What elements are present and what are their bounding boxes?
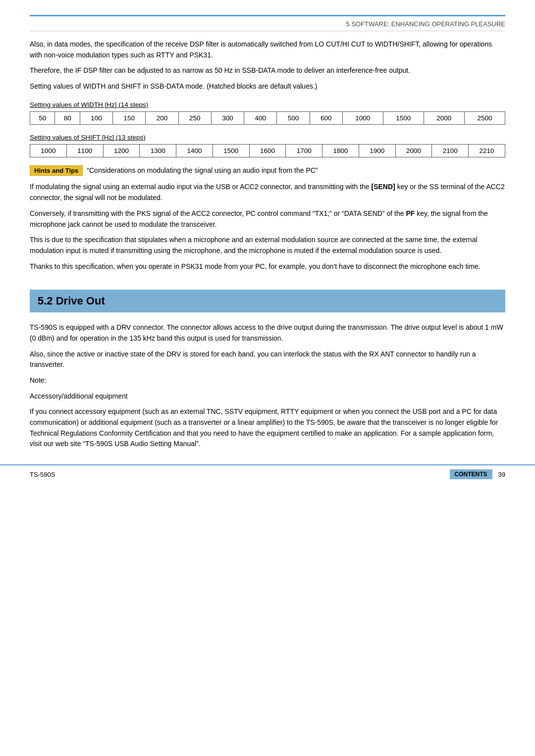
section-para-2: Also, since the active or inactive state…	[30, 349, 505, 370]
body-para-3: This is due to the specification that st…	[30, 235, 505, 256]
table-cell: 1500	[383, 111, 424, 124]
body-para-1: If modulating the signal using an extern…	[30, 182, 505, 203]
table-cell: 2000	[424, 111, 464, 124]
table-cell: 200	[146, 111, 178, 124]
table-cell: 1800	[322, 144, 359, 157]
table-cell: 100	[80, 111, 112, 124]
table-cell: 1700	[286, 144, 322, 157]
body-para-4: Thanks to this specification, when you o…	[30, 261, 505, 272]
footer-contents-link[interactable]: CONTENTS	[450, 469, 492, 479]
pf-key-bold: PF	[406, 209, 415, 217]
shift-table-heading: Setting values of SHIFT [Hz] (13 steps)	[30, 134, 505, 141]
table-cell: 300	[211, 111, 244, 124]
footer-right: CONTENTS 39	[450, 469, 505, 479]
send-key-bold: [SEND]	[372, 183, 395, 191]
intro-para-2: Therefore, the IF DSP filter can be adju…	[30, 65, 505, 76]
section-52-title: 5.2 Drive Out	[38, 295, 105, 307]
table-cell: 50	[30, 111, 55, 124]
width-table-heading: Setting values of WIDTH [Hz] (14 steps)	[30, 101, 505, 108]
table-cell: 1000	[342, 111, 383, 124]
section-52-header: 5.2 Drive Out	[30, 290, 505, 312]
table-cell: 2210	[469, 144, 505, 157]
top-border	[30, 15, 505, 16]
table-cell: 80	[55, 111, 80, 124]
section-para-5: If you connect accessory equipment (such…	[30, 406, 505, 450]
footer-page-number: 39	[498, 471, 505, 478]
table-cell: 1300	[140, 144, 176, 157]
table-cell: 1000	[30, 144, 67, 157]
page-footer: TS-590S CONTENTS 39	[0, 464, 535, 479]
width-table-row: 5080100150200250300400500600100015002000…	[30, 111, 505, 124]
hints-tips-section: Hints and Tips “Considerations on modula…	[30, 165, 505, 176]
table-cell: 1600	[249, 144, 286, 157]
page-header: 5 SOFTWARE: ENHANCING OPERATING PLEASURE	[30, 20, 505, 31]
table-cell: 500	[277, 111, 310, 124]
footer-model: TS-590S	[30, 471, 55, 478]
header-title-text: 5 SOFTWARE: ENHANCING OPERATING PLEASURE	[346, 20, 505, 28]
intro-para-1: Also, in data modes, the specification o…	[30, 39, 505, 60]
table-cell: 1400	[176, 144, 213, 157]
table-cell: 250	[178, 111, 211, 124]
section-accessory-heading: Accessory/additional equipment	[30, 391, 505, 402]
table-cell: 1500	[213, 144, 249, 157]
table-cell: 600	[310, 111, 342, 124]
intro-para-3: Setting values of WIDTH and SHIFT in SSB…	[30, 81, 505, 92]
shift-table-row: 1000110012001300140015001600170018001900…	[30, 144, 505, 157]
table-cell: 1100	[66, 144, 103, 157]
table-cell: 2000	[395, 144, 432, 157]
body-para-2: Conversely, if transmitting with the PKS…	[30, 208, 505, 230]
table-cell: 2500	[464, 111, 505, 124]
section-para-1: TS-590S is equipped with a DRV connector…	[30, 322, 505, 344]
shift-table: 1000110012001300140015001600170018001900…	[30, 144, 505, 157]
width-table: 5080100150200250300400500600100015002000…	[30, 111, 505, 125]
table-cell: 400	[244, 111, 277, 124]
hints-tips-text: “Considerations on modulating the signal…	[87, 165, 318, 176]
section-note: Note:	[30, 375, 505, 386]
hints-tips-badge: Hints and Tips	[30, 165, 83, 176]
table-cell: 2100	[432, 144, 469, 157]
table-cell: 1200	[103, 144, 140, 157]
table-cell: 150	[113, 111, 146, 124]
table-cell: 1900	[359, 144, 395, 157]
